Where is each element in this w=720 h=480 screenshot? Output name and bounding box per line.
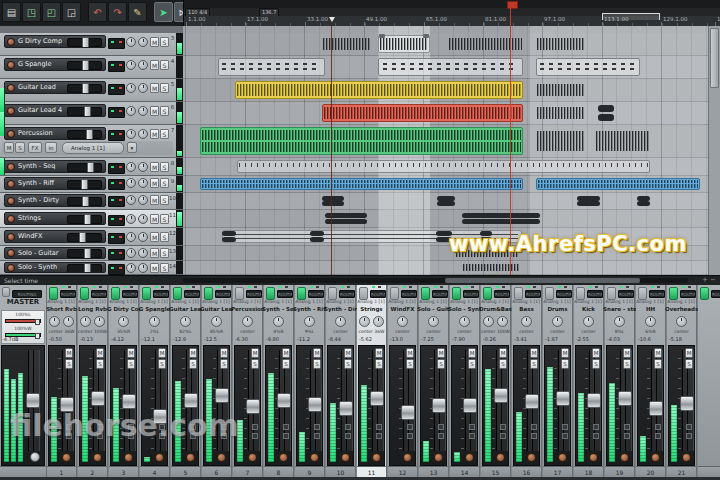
width-knob[interactable] — [373, 316, 384, 327]
pan-left-slider[interactable] — [5, 319, 41, 323]
record-arm-button[interactable] — [93, 453, 102, 462]
pan-knob[interactable] — [483, 316, 494, 327]
record-arm-button[interactable] — [279, 453, 288, 462]
io-button[interactable] — [108, 61, 125, 72]
monitor-button[interactable]: in — [45, 142, 57, 153]
fader-thumb[interactable] — [184, 393, 198, 408]
io-button[interactable] — [108, 84, 125, 95]
env-button[interactable] — [624, 424, 630, 430]
width-knob[interactable] — [63, 316, 74, 327]
media-item[interactable] — [310, 230, 324, 243]
mute-button[interactable]: M — [127, 348, 135, 358]
mixer-strip[interactable]: ROUTINGAnalog 1 [1]Percussioncenter-6.30… — [233, 285, 263, 477]
mute-button[interactable]: M — [150, 178, 159, 188]
input-label[interactable]: Analog 1 [1] — [481, 299, 509, 304]
media-item[interactable] — [322, 104, 523, 122]
solo-button[interactable]: S — [160, 106, 169, 116]
routing-button[interactable]: ROUTING — [122, 290, 138, 298]
record-arm-button[interactable] — [124, 453, 133, 462]
pan-knob[interactable] — [304, 316, 315, 327]
mixer-strip[interactable]: ROUTINGAnalog 1 [1]Solo - Guitarcenter-7… — [419, 285, 449, 477]
env-button[interactable] — [407, 424, 413, 430]
fader-thumb[interactable] — [122, 394, 136, 409]
fx-button[interactable]: FX — [28, 142, 42, 153]
env-button[interactable] — [562, 424, 568, 430]
input-label[interactable]: Analog 1 [1] — [636, 299, 664, 304]
phase-button[interactable] — [686, 433, 692, 439]
pan-knob[interactable] — [180, 316, 191, 327]
media-item[interactable] — [322, 35, 372, 53]
record-arm-button[interactable] — [7, 38, 15, 46]
record-arm-button[interactable] — [7, 107, 15, 115]
fader-thumb[interactable] — [525, 394, 539, 409]
mixer-strip[interactable]: ROUTINGAnalog 1 [1]G Dirty Comp35%R-4.12… — [109, 285, 139, 477]
routing-button[interactable]: ROUTING — [91, 290, 107, 298]
mute-button[interactable]: M — [150, 162, 159, 172]
pan-knob[interactable] — [126, 162, 136, 172]
phase-button[interactable] — [469, 433, 475, 439]
fader-thumb[interactable] — [680, 396, 694, 411]
mixer-strip[interactable]: ROUTINGAnalog 1 [1]Guitar Lead 485%R-12.… — [202, 285, 232, 477]
phase-button[interactable] — [376, 433, 382, 439]
solo-button[interactable]: S — [375, 359, 383, 369]
fader-thumb[interactable] — [370, 391, 384, 406]
input-label[interactable]: Analog 1 [1] — [605, 299, 633, 304]
media-item[interactable] — [536, 127, 586, 155]
mute-button[interactable]: M — [158, 348, 166, 358]
master-fader-thumb[interactable] — [26, 393, 40, 408]
record-arm-button[interactable] — [682, 453, 691, 462]
record-arm-button[interactable] — [589, 453, 598, 462]
mixer-strip[interactable]: ROUTINGAnalog 1 [1]Stringscenter 36W-5.6… — [357, 285, 387, 477]
routing-button[interactable]: ROUTING — [587, 290, 603, 298]
mute-button[interactable]: M — [150, 195, 159, 205]
media-item[interactable] — [577, 195, 600, 207]
pan-knob[interactable] — [126, 214, 136, 224]
media-item[interactable] — [536, 178, 700, 190]
solo-button[interactable]: S — [685, 359, 693, 369]
routing-button[interactable]: ROUTING — [711, 290, 720, 298]
phase-button[interactable] — [314, 433, 320, 439]
media-item[interactable] — [200, 178, 523, 190]
solo-button[interactable]: S — [530, 359, 538, 369]
mute-button[interactable]: M — [313, 348, 321, 358]
mute-button[interactable]: M — [150, 37, 159, 47]
routing-button[interactable]: ROUTING — [60, 290, 76, 298]
media-item[interactable] — [536, 58, 640, 76]
record-arm-button[interactable] — [217, 453, 226, 462]
mixer-strip[interactable]: ROUTINGAnalog 1 [1]Basscenter-3.41MS16 — [512, 285, 542, 477]
pan-knob[interactable] — [397, 316, 408, 327]
env-button[interactable] — [283, 424, 289, 430]
mute-button[interactable]: M — [561, 348, 569, 358]
io-button[interactable] — [108, 233, 125, 244]
volume-slider-thumb[interactable] — [79, 232, 86, 244]
solo-button[interactable]: S — [561, 359, 569, 369]
width-knob[interactable] — [138, 106, 148, 116]
media-item[interactable] — [536, 81, 586, 99]
volume-slider-thumb[interactable] — [86, 129, 93, 141]
mute-button[interactable]: M — [150, 106, 159, 116]
mute-button[interactable]: M — [150, 263, 159, 273]
solo-button[interactable]: S — [160, 195, 169, 205]
routing-button[interactable]: ROUTING — [308, 290, 324, 298]
mixer-strip[interactable]: ROUTINGAnalog 1 [1]Long Rvbcenter 100W-0… — [78, 285, 108, 477]
pan-knob[interactable] — [242, 316, 253, 327]
loop-selection[interactable] — [602, 13, 660, 20]
track-name[interactable]: Synth - Riff — [18, 179, 54, 187]
edit-cursor-flag[interactable] — [329, 17, 335, 22]
mute-button[interactable]: M — [251, 348, 259, 358]
solo-button[interactable]: S — [282, 359, 290, 369]
record-arm-button[interactable] — [7, 264, 15, 272]
volume-slider-thumb[interactable] — [84, 214, 91, 226]
input-label[interactable]: Analog 1 [1] — [109, 299, 137, 304]
fader-thumb[interactable] — [494, 388, 508, 403]
track-panel-row[interactable]: StringsMS11 — [0, 210, 183, 228]
record-arm-button[interactable] — [527, 453, 536, 462]
mute-button[interactable]: M — [150, 129, 159, 139]
routing-button[interactable]: ROUTING — [463, 290, 479, 298]
fader-thumb[interactable] — [215, 388, 229, 403]
fader-thumb[interactable] — [246, 399, 260, 414]
mute-button[interactable]: M — [150, 248, 159, 258]
pan-knob[interactable] — [126, 248, 136, 258]
pan-knob[interactable] — [335, 316, 346, 327]
solo-button[interactable]: S — [406, 359, 414, 369]
